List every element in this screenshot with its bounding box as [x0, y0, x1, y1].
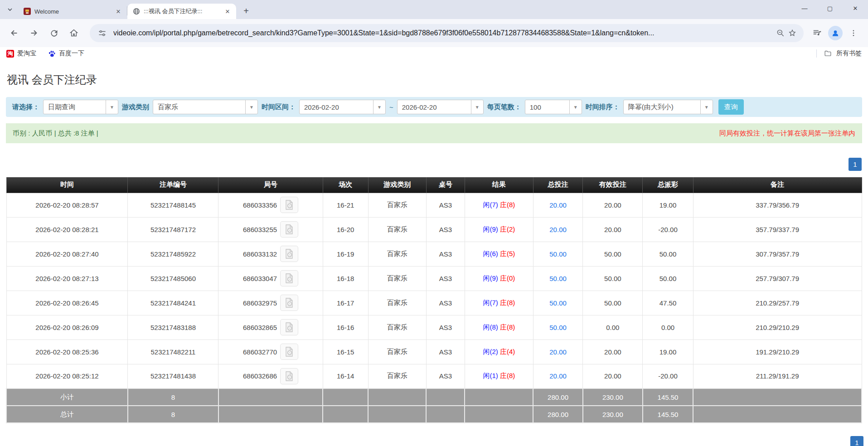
video-replay-button[interactable]: [280, 295, 298, 311]
page-title: 视讯 会员下注纪录: [7, 73, 862, 87]
bookmark-baidu[interactable]: 百度一下: [48, 49, 84, 58]
video-replay-button[interactable]: [280, 221, 298, 238]
video-replay-button[interactable]: [280, 197, 298, 213]
table-number: AS3: [426, 364, 465, 388]
video-replay-button[interactable]: [280, 368, 298, 384]
video-replay-button[interactable]: [280, 319, 298, 335]
date-to-select[interactable]: 2026-02-20 ▼: [397, 100, 484, 114]
total-bet-link[interactable]: 20.00: [549, 372, 567, 380]
address-bar[interactable]: videoie.com/ipl/portal.php/game/betrecor…: [90, 24, 804, 42]
tab-bet-record[interactable]: :::视讯 会员下注纪录::: ✕: [127, 4, 236, 19]
round-number: 686032770: [243, 348, 277, 356]
table-number: AS3: [426, 242, 465, 266]
site-settings-tune-icon[interactable]: [96, 27, 108, 39]
baidu-paw-icon: [48, 50, 56, 58]
column-header: 总派彩: [643, 177, 693, 193]
filter-bar: 请选择： 日期查询 ▼ 游戏类别 百家乐 ▼ 时间区间： 2026-02-20 …: [6, 97, 862, 117]
table-row: 2026-02-20 08:28:21 523217487172 6860332…: [6, 217, 862, 242]
zoom-out-icon[interactable]: [775, 27, 786, 39]
valid-bet: 0.00: [583, 315, 643, 339]
table-row: 2026-02-20 08:25:36 523217482211 6860327…: [6, 339, 862, 364]
sort-select[interactable]: 降幂(由大到小) ▼: [623, 100, 713, 114]
payout: -20.00: [643, 217, 693, 242]
result-cell: 闲(2) 庄(4): [465, 339, 533, 364]
total-bet-link[interactable]: 20.00: [549, 201, 567, 209]
remark: 357.79/337.79: [693, 217, 862, 242]
total-bet-link[interactable]: 50.00: [549, 275, 567, 282]
browser-menu-kebab-icon[interactable]: [844, 24, 863, 42]
window-controls: — ▢ ✕: [792, 0, 868, 16]
close-tab-icon[interactable]: ✕: [114, 7, 122, 15]
date-from-select[interactable]: 2026-02-20 ▼: [299, 100, 386, 114]
browser-window: Welcome ✕ :::视讯 会员下注纪录::: ✕ + — ▢ ✕: [0, 0, 868, 446]
video-replay-button[interactable]: [280, 270, 298, 286]
pagination-page-1[interactable]: 1: [849, 158, 862, 171]
media-controls-icon[interactable]: [808, 24, 826, 42]
game-type: 百家乐: [368, 193, 426, 217]
round-number: 686033356: [243, 201, 277, 209]
total-bet-link[interactable]: 50.00: [549, 250, 567, 258]
minimize-button[interactable]: —: [792, 0, 817, 16]
tab-search-chevron-icon[interactable]: [4, 3, 16, 16]
player-result: 闲(8): [483, 323, 498, 331]
video-replay-button[interactable]: [280, 344, 298, 360]
bet-time: 2026-02-20 08:25:36: [6, 339, 128, 364]
forward-icon[interactable]: [25, 24, 43, 42]
remark: 211.29/191.29: [693, 364, 862, 388]
banker-result: 庄(2): [500, 225, 515, 233]
video-replay-button[interactable]: [280, 246, 298, 262]
query-button[interactable]: 查询: [718, 99, 744, 115]
bookmark-aitaobao[interactable]: 淘 爱淘宝: [6, 49, 36, 58]
column-header: 场次: [323, 177, 368, 193]
round-number: 686033255: [243, 226, 277, 233]
chevron-down-icon: ▼: [245, 100, 257, 114]
total-valid-bet: 230.00: [583, 406, 643, 423]
game-type-select[interactable]: 百家乐 ▼: [153, 100, 258, 114]
banker-result: 庄(8): [500, 299, 515, 306]
total-bet-link[interactable]: 50.00: [549, 324, 567, 331]
all-bookmarks-label[interactable]: 所有书签: [836, 49, 862, 58]
total-bet-link[interactable]: 20.00: [549, 226, 567, 233]
profile-avatar[interactable]: [826, 24, 844, 42]
bet-time: 2026-02-20 08:26:45: [6, 291, 128, 315]
time-range-label: 时间区间：: [262, 103, 296, 112]
column-header: 局号: [218, 177, 323, 193]
sort-label: 时间排序：: [586, 103, 620, 112]
column-header: 桌号: [426, 177, 465, 193]
bet-records-table: 时间注单编号局号场次游戏类别桌号结果总投注有效投注总派彩备注 2026-02-2…: [6, 177, 862, 423]
pagination-page-1-bottom[interactable]: 1: [850, 436, 863, 446]
remark: 210.29/210.29: [693, 315, 862, 339]
globe-icon: [133, 8, 140, 15]
column-header: 时间: [6, 177, 128, 193]
total-bet-link[interactable]: 50.00: [549, 299, 567, 307]
session: 16-21: [323, 193, 368, 217]
back-icon[interactable]: [5, 24, 23, 42]
total-label: 总计: [6, 406, 128, 423]
chevron-down-icon: ▼: [106, 100, 118, 114]
close-window-button[interactable]: ✕: [843, 0, 868, 16]
bet-id: 523217481438: [128, 364, 218, 388]
total-payout: 145.50: [643, 406, 693, 423]
table-row: 2026-02-20 08:25:12 523217481438 6860326…: [6, 364, 862, 388]
home-icon[interactable]: [65, 24, 82, 42]
valid-bet: 20.00: [583, 339, 643, 364]
url-text[interactable]: videoie.com/ipl/portal.php/game/betrecor…: [113, 29, 770, 37]
round-number: 686032686: [243, 372, 277, 380]
per-page-select[interactable]: 100 ▼: [525, 100, 582, 114]
welcome-favicon-icon: [24, 8, 31, 15]
query-type-select[interactable]: 日期查询 ▼: [43, 100, 118, 114]
bookmark-star-icon[interactable]: [786, 27, 798, 39]
subtotal-label: 小计: [6, 388, 128, 406]
valid-bet-notice: 同局有效投注，统一计算在该局第一张注单内: [719, 129, 855, 138]
round-cell: 686033255: [218, 217, 323, 242]
tab-welcome[interactable]: Welcome ✕: [18, 4, 127, 19]
new-tab-button[interactable]: +: [240, 5, 252, 17]
refresh-icon[interactable]: [45, 24, 63, 42]
close-tab-icon[interactable]: ✕: [223, 7, 232, 15]
table-number: AS3: [426, 266, 465, 291]
total-bet-link[interactable]: 20.00: [549, 348, 567, 356]
round-cell: 686032865: [218, 315, 323, 339]
payout: 50.00: [643, 242, 693, 266]
bookmark-label: 百度一下: [59, 49, 84, 58]
maximize-button[interactable]: ▢: [817, 0, 843, 16]
